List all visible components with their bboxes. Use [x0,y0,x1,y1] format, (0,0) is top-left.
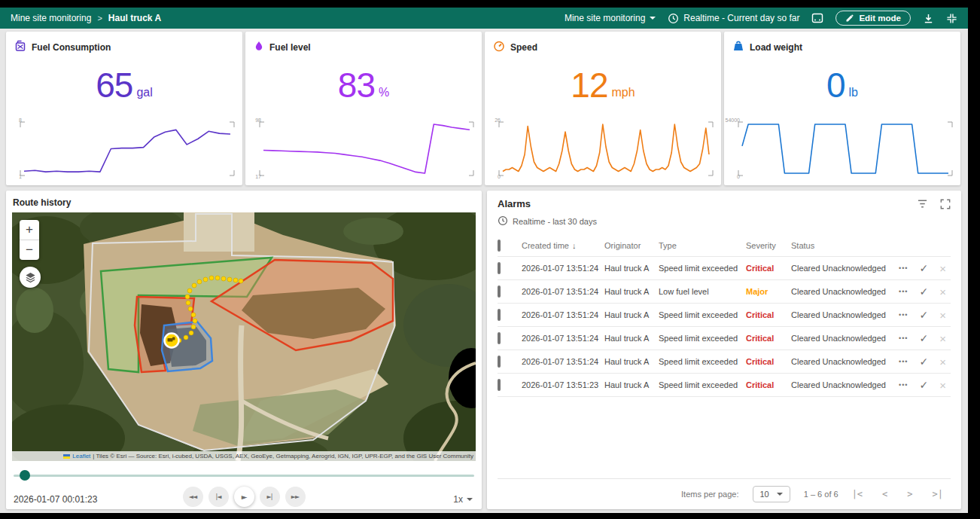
sparkline-chart: 540000 [732,119,954,179]
fullscreen-icon[interactable] [940,199,951,209]
sort-desc-icon: ↓ [572,241,577,250]
clear-icon[interactable]: × [939,332,946,345]
alarms-table: Created time↓ Originator Type Severity S… [498,235,951,509]
clock-icon [498,215,508,227]
acknowledge-icon[interactable]: ✓ [920,379,929,391]
acknowledge-icon[interactable]: ✓ [920,332,929,344]
row-checkbox[interactable] [498,309,501,321]
more-actions-icon[interactable]: ••• [899,288,908,295]
weight-icon [732,40,744,55]
col-created-time[interactable]: Created time↓ [522,241,604,250]
playback-controls: 2026-01-07 00:01:23 ◄◄ |◄ ► ►| ►► 1x [14,485,474,513]
fast-forward-button[interactable]: ►► [285,487,306,507]
row-checkbox[interactable] [498,285,501,298]
alarm-originator: Haul truck A [604,334,659,343]
play-button[interactable]: ► [234,487,254,507]
zoom-out-button[interactable]: − [20,240,39,260]
more-actions-icon[interactable]: ••• [899,311,908,319]
filter-icon[interactable] [917,199,928,209]
clear-icon[interactable]: × [939,285,946,298]
skip-next-button[interactable]: ►| [260,487,280,507]
col-originator[interactable]: Originator [604,241,659,250]
alarm-severity: Major [746,287,791,296]
alarms-timewindow[interactable]: Realtime - last 30 days [487,209,961,227]
alarm-created-time: 2026-01-07 13:51:23 [522,380,604,389]
alarm-row[interactable]: 2026-01-07 13:51:24 Haul truck A Speed l… [498,327,951,350]
timewindow-button[interactable]: Realtime - Current day so far [668,13,799,24]
edit-mode-button[interactable]: Edit mode [835,11,911,26]
map-zoom-control: + − [20,220,39,260]
alarm-severity: Critical [746,357,791,366]
skip-previous-button[interactable]: |◄ [208,487,229,507]
col-type[interactable]: Type [659,241,746,250]
playback-slider[interactable] [14,470,474,481]
chevron-down-icon [650,17,656,20]
alarm-originator: Haul truck A [604,287,659,296]
more-actions-icon[interactable]: ••• [899,264,908,272]
playback-speed-select[interactable]: 1x [453,494,473,505]
row-checkbox[interactable] [498,262,501,274]
slider-track[interactable] [14,475,474,477]
acknowledge-icon[interactable]: ✓ [920,285,929,298]
route-map[interactable]: + − Leaflet | Tiles © Esri — Source: Esr… [12,212,476,461]
kpi-unit: gal [136,86,152,102]
alarm-originator: Haul truck A [604,380,659,389]
page-size-select[interactable]: 10 [753,486,790,502]
kpi-card-speed: Speed 12 mph 260 [485,32,721,185]
leaflet-link[interactable]: Leaflet [72,453,90,459]
zoom-in-button[interactable]: + [20,220,39,240]
select-all-checkbox[interactable] [498,240,501,252]
download-icon[interactable] [923,13,934,24]
col-status[interactable]: Status [791,241,893,250]
row-checkbox[interactable] [498,356,501,368]
collapse-fullscreen-icon[interactable] [946,13,957,24]
row-checkbox[interactable] [498,332,501,344]
alarm-type: Speed limit exceeded [659,334,746,343]
acknowledge-icon[interactable]: ✓ [920,356,929,368]
fuel-can-icon [14,40,26,55]
alarm-originator: Haul truck A [604,310,659,319]
kpi-value: 0 [826,68,845,102]
alarm-row[interactable]: 2026-01-07 13:51:24 Haul truck A Speed l… [498,350,951,374]
more-actions-icon[interactable]: ••• [899,334,908,342]
slider-knob[interactable] [20,470,30,481]
alarm-type: Speed limit exceeded [659,357,746,366]
alarm-status: Cleared Unacknowledged [791,334,893,343]
alarm-created-time: 2026-01-07 13:51:24 [522,287,604,296]
screenshot-icon[interactable] [811,12,823,24]
clear-icon[interactable]: × [939,379,946,392]
edit-mode-label: Edit mode [859,14,901,23]
kpi-value: 12 [571,68,607,102]
alarm-row[interactable]: 2026-01-07 13:51:24 Haul truck A Low fue… [498,280,951,304]
layers-icon [25,272,36,283]
dashboard-select[interactable]: Mine site monitoring [565,13,656,23]
last-page-button[interactable]: >| [933,489,943,499]
kpi-title: Load weight [750,42,802,53]
fast-rewind-button[interactable]: ◄◄ [183,487,203,507]
alarm-type: Low fuel level [659,287,746,296]
clear-icon[interactable]: × [939,262,946,275]
alarm-row[interactable]: 2026-01-07 13:51:23 Haul truck A Speed l… [498,374,951,397]
dashboard-select-label: Mine site monitoring [565,13,645,23]
first-page-button[interactable]: |< [852,489,863,499]
prev-page-button[interactable]: < [882,489,887,499]
dashboard-window: Mine site monitoring > Haul truck A Mine… [0,8,968,513]
map-layers-button[interactable] [20,267,41,288]
clear-icon[interactable]: × [939,309,946,322]
col-severity[interactable]: Severity [746,241,791,250]
clear-icon[interactable]: × [939,356,946,368]
alarm-row[interactable]: 2026-01-07 13:51:24 Haul truck A Speed l… [498,257,951,280]
acknowledge-icon[interactable]: ✓ [920,309,929,321]
sparkline-chart: 260 [492,119,715,179]
alarm-status: Cleared Unacknowledged [791,264,893,273]
speedometer-icon [493,40,505,55]
row-checkbox[interactable] [498,379,501,391]
more-actions-icon[interactable]: ••• [899,358,908,365]
next-page-button[interactable]: > [907,489,912,499]
more-actions-icon[interactable]: ••• [899,381,908,389]
breadcrumb-root[interactable]: Mine site monitoring [11,13,91,23]
chevron-down-icon [777,493,783,496]
alarm-originator: Haul truck A [604,357,659,366]
acknowledge-icon[interactable]: ✓ [920,262,929,274]
alarm-row[interactable]: 2026-01-07 13:51:24 Haul truck A Speed l… [498,304,951,327]
